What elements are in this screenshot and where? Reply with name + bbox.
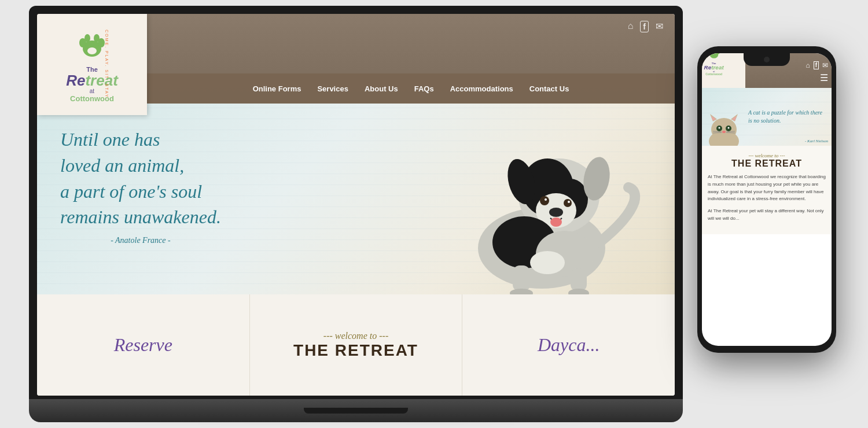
home-icon[interactable]: ⌂ <box>628 21 634 32</box>
phone-body-text-1: At The Retreat at Cottonwood we recogniz… <box>708 174 826 203</box>
daycare-label: Dayca... <box>538 334 600 356</box>
phone-hamburger-icon[interactable]: ☰ <box>820 72 828 83</box>
phone-content: --- welcome to --- THE RETREAT At The Re… <box>702 146 832 234</box>
svg-point-40 <box>728 127 730 129</box>
hero-quote: Until one has loved an animal, a part of… <box>60 127 221 245</box>
svg-point-4 <box>94 34 100 42</box>
phone-logo-inner: The Retreat at Cottonwood <box>702 53 726 76</box>
svg-rect-22 <box>571 268 587 292</box>
svg-point-32 <box>711 118 737 141</box>
phone-body: The Retreat at Cottonwood ⌂ f ✉ ☰ <box>697 46 836 353</box>
laptop-screen-inner: The Retreat at Cottonwood COME. PLAY. SI… <box>37 14 675 396</box>
svg-point-26 <box>709 53 718 58</box>
phone-cat-image <box>704 111 744 146</box>
phone: The Retreat at Cottonwood ⌂ f ✉ ☰ <box>697 46 836 353</box>
phone-facebook-icon[interactable]: f <box>814 61 819 69</box>
logo-retreat: Retreat <box>66 73 118 88</box>
dog-svg <box>432 115 652 294</box>
email-icon[interactable]: ✉ <box>656 21 663 32</box>
svg-point-3 <box>84 34 90 42</box>
phone-quote-attribution: - Karl Nielson <box>805 139 828 143</box>
svg-point-15 <box>545 198 547 201</box>
svg-point-23 <box>510 289 533 294</box>
svg-point-16 <box>568 201 570 203</box>
phone-paw-icon <box>706 53 722 61</box>
nav-services[interactable]: Services <box>317 84 348 93</box>
logo-cottonwood: Cottonwood <box>66 94 118 103</box>
bottom-section: Reserve --- welcome to --- THE RETREAT D… <box>37 294 675 396</box>
nav-about-us[interactable]: About Us <box>365 84 398 93</box>
welcome-block: --- welcome to --- THE RETREAT <box>293 331 418 360</box>
phone-email-icon[interactable]: ✉ <box>822 61 828 69</box>
phone-body-text-2: At The Retreat your pet will stay a diff… <box>708 208 826 223</box>
phone-welcome-title: THE RETREAT <box>708 158 826 169</box>
svg-point-39 <box>719 127 720 129</box>
svg-point-41 <box>722 131 726 133</box>
nav-online-forms[interactable]: Online Forms <box>253 84 301 93</box>
nav-accommodations[interactable]: Accommodations <box>450 84 513 93</box>
phone-hero: A cat is a puzzle for which there is no … <box>702 88 832 146</box>
svg-point-24 <box>568 289 589 294</box>
laptop: The Retreat at Cottonwood COME. PLAY. SI… <box>29 6 683 422</box>
reserve-label: Reserve <box>114 334 172 356</box>
phone-camera <box>764 57 770 62</box>
facebook-icon[interactable]: f <box>640 21 649 32</box>
website-header: The Retreat at Cottonwood COME. PLAY. SI… <box>37 14 675 104</box>
svg-point-11 <box>549 208 563 217</box>
hero-section: Until one has loved an animal, a part of… <box>37 104 675 294</box>
nav-contact-us[interactable]: Contact Us <box>529 84 569 93</box>
welcome-title: THE RETREAT <box>293 341 418 360</box>
svg-rect-21 <box>513 265 530 292</box>
bottom-tab-daycare[interactable]: Dayca... <box>462 294 675 396</box>
svg-point-14 <box>564 199 572 207</box>
phone-nav-icons: ⌂ f ✉ <box>806 61 828 69</box>
bottom-tab-reserve[interactable]: Reserve <box>37 294 250 396</box>
phone-logo-box: The Retreat at Cottonwood <box>702 53 745 93</box>
phone-logo-cottonwood: Cottonwood <box>702 72 726 75</box>
nav-area: ⌂ f ✉ Online Forms Services About Us FAQ… <box>147 14 675 104</box>
svg-point-12 <box>550 217 562 227</box>
logo-tagline: COME. PLAY. SIT. STAY. <box>105 29 109 100</box>
top-icons: ⌂ f ✉ <box>147 14 675 39</box>
svg-point-25 <box>530 251 565 274</box>
paw-icon <box>75 27 109 61</box>
phone-welcome-sub: --- welcome to --- <box>708 153 826 158</box>
logo-content: The Retreat at Cottonwood <box>60 21 124 109</box>
nav-faqs[interactable]: FAQs <box>414 84 434 93</box>
hero-dog-image <box>432 115 652 294</box>
hero-attribution: - Anatole France - <box>60 236 221 245</box>
welcome-sub: --- welcome to --- <box>293 331 418 341</box>
laptop-body <box>29 399 683 422</box>
phone-notch <box>744 53 790 66</box>
logo-box: The Retreat at Cottonwood COME. PLAY. SI… <box>37 14 147 115</box>
svg-point-13 <box>540 196 549 205</box>
laptop-base-notch <box>304 408 408 414</box>
phone-home-icon[interactable]: ⌂ <box>806 61 810 69</box>
bottom-tab-welcome: --- welcome to --- THE RETREAT <box>250 294 463 396</box>
cat-svg <box>704 111 744 146</box>
svg-point-5 <box>87 47 97 54</box>
phone-logo-retreat: Retreat <box>702 65 726 71</box>
laptop-screen-outer: The Retreat at Cottonwood COME. PLAY. SI… <box>29 6 683 400</box>
phone-screen: The Retreat at Cottonwood ⌂ f ✉ ☰ <box>702 53 832 346</box>
hero-quote-text: Until one has loved an animal, a part of… <box>60 127 221 230</box>
nav-bar: Online Forms Services About Us FAQs Acco… <box>147 73 675 104</box>
